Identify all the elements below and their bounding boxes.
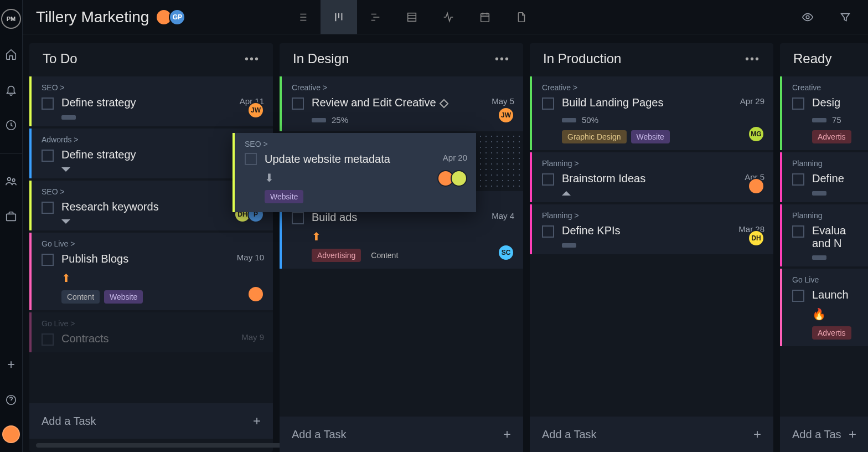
task-category[interactable]: Planning xyxy=(792,159,860,168)
notifications-icon[interactable] xyxy=(1,80,21,100)
tag[interactable]: Content xyxy=(365,249,404,262)
task-checkbox[interactable] xyxy=(42,254,54,266)
task-date: May 4 xyxy=(492,211,514,220)
task-category[interactable]: Go Live > xyxy=(42,239,264,248)
task-checkbox[interactable] xyxy=(542,173,554,186)
assignee-avatar[interactable] xyxy=(451,170,467,187)
task-checkbox[interactable] xyxy=(292,97,304,110)
topbar: Tillery Marketing GP xyxy=(23,0,868,34)
tag[interactable]: Website xyxy=(104,290,143,304)
add-task-button[interactable]: Add a Tas+ xyxy=(780,417,868,452)
tag[interactable]: Advertising xyxy=(312,249,361,262)
column-menu-icon[interactable]: ••• xyxy=(245,53,260,65)
progress-text: 25% xyxy=(332,115,348,125)
task-category[interactable]: Planning xyxy=(792,211,860,220)
home-icon[interactable] xyxy=(1,44,21,64)
add-task-button[interactable]: Add a Task+ xyxy=(280,417,523,452)
task-card[interactable]: Go Live >Publish BlogsMay 10⬆ContentWebs… xyxy=(29,233,273,310)
assignee-avatar[interactable] xyxy=(748,178,764,194)
visibility-icon[interactable] xyxy=(798,7,818,27)
column-title: To Do xyxy=(43,51,78,66)
task-category[interactable]: SEO > xyxy=(42,83,264,92)
task-card[interactable]: CreativeDesig75Advertis xyxy=(780,76,868,150)
task-category[interactable]: Adwords > xyxy=(42,135,264,144)
svg-rect-6 xyxy=(481,13,489,22)
task-card[interactable]: Planning >Define KPIsMar 28DH xyxy=(530,204,773,254)
task-checkbox[interactable] xyxy=(792,97,804,110)
assignee-avatar[interactable]: MG xyxy=(748,126,764,142)
tag[interactable]: Advertis xyxy=(812,130,851,143)
add-icon[interactable]: + xyxy=(1,355,21,374)
task-checkbox[interactable] xyxy=(42,97,54,110)
task-name: Define xyxy=(812,172,860,185)
kanban-column: In Production•••Creative >Build Landing … xyxy=(530,43,773,452)
recent-icon[interactable] xyxy=(1,115,21,135)
help-icon[interactable] xyxy=(1,390,21,410)
assignee-avatar[interactable]: JW xyxy=(498,107,514,124)
task-checkbox[interactable] xyxy=(42,150,54,162)
calendar-view-icon[interactable] xyxy=(467,0,503,34)
task-card[interactable]: Creative >Review and Edit CreativeMay 52… xyxy=(280,76,523,131)
column-title: Ready xyxy=(793,51,831,66)
task-checkbox[interactable] xyxy=(792,173,804,186)
task-category[interactable]: Planning > xyxy=(542,211,764,220)
tag[interactable]: Content xyxy=(61,290,100,304)
assignee-avatar[interactable] xyxy=(247,286,264,302)
sheet-view-icon[interactable] xyxy=(394,0,430,34)
progress-text: 50% xyxy=(582,115,598,125)
files-view-icon[interactable] xyxy=(503,0,540,34)
task-card[interactable]: Go LiveLaunch🔥Advertis xyxy=(780,269,868,346)
assignee-avatar[interactable]: DH xyxy=(748,230,764,246)
task-name: Brainstorm Ideas xyxy=(562,172,737,185)
task-checkbox[interactable] xyxy=(542,225,554,238)
task-checkbox[interactable] xyxy=(542,97,554,110)
list-view-icon[interactable] xyxy=(284,0,321,34)
app-logo[interactable]: PM xyxy=(1,9,21,29)
gantt-view-icon[interactable] xyxy=(357,0,394,34)
column-menu-icon[interactable]: ••• xyxy=(745,53,760,65)
task-category[interactable]: Go Live > xyxy=(42,319,264,328)
add-task-button[interactable]: Add a Task+ xyxy=(29,403,273,439)
svg-point-1 xyxy=(8,178,11,181)
task-category[interactable]: Creative > xyxy=(542,83,764,92)
tag[interactable]: Graphic Design xyxy=(562,130,627,143)
task-card[interactable]: PlanningEvalua and N xyxy=(780,204,868,266)
task-category[interactable]: SEO > xyxy=(42,187,264,196)
task-name: Research keywords xyxy=(61,201,232,213)
tag[interactable]: Website xyxy=(631,130,670,143)
dragging-task-card[interactable]: SEO > Update website metadata Apr 20 ⬇ W… xyxy=(232,133,476,212)
task-category[interactable]: Planning > xyxy=(542,159,764,168)
board-view-icon[interactable] xyxy=(321,0,357,34)
task-checkbox[interactable] xyxy=(245,153,257,165)
project-members[interactable]: GP xyxy=(159,9,185,25)
task-category[interactable]: Creative > xyxy=(292,83,514,92)
filter-icon[interactable] xyxy=(835,7,855,27)
priority-critical-icon: 🔥 xyxy=(812,307,826,321)
task-card[interactable]: Go Live >ContractsMay 9 xyxy=(29,312,273,352)
svg-point-2 xyxy=(12,179,15,182)
task-category[interactable]: Creative xyxy=(792,83,860,92)
task-card[interactable]: Creative >Build Landing PagesApr 2950%Gr… xyxy=(530,76,773,150)
add-task-button[interactable]: Add a Task+ xyxy=(530,417,773,452)
assignee-avatar[interactable]: JW xyxy=(247,102,264,119)
task-card[interactable]: SEO >Define strategyApr 11JW xyxy=(29,76,273,126)
tag[interactable]: Website xyxy=(265,190,303,203)
task-checkbox[interactable] xyxy=(792,225,804,238)
task-checkbox[interactable] xyxy=(292,212,304,224)
task-checkbox[interactable] xyxy=(792,290,804,302)
milestone-icon xyxy=(439,99,448,108)
column-menu-icon[interactable]: ••• xyxy=(495,53,510,65)
task-card[interactable]: Planning >Brainstorm IdeasApr 5 xyxy=(530,152,773,202)
task-category[interactable]: Go Live xyxy=(792,275,860,284)
task-name: Build ads xyxy=(312,211,484,224)
task-card[interactable]: PlanningDefine xyxy=(780,152,868,202)
activity-view-icon[interactable] xyxy=(430,0,467,34)
team-icon[interactable] xyxy=(1,171,21,191)
user-avatar[interactable] xyxy=(2,425,20,443)
task-checkbox[interactable] xyxy=(42,333,54,346)
progress-bar xyxy=(562,243,576,248)
task-checkbox[interactable] xyxy=(42,202,54,214)
work-icon[interactable] xyxy=(1,207,21,227)
assignee-avatar[interactable]: SC xyxy=(498,244,514,261)
tag[interactable]: Advertis xyxy=(812,326,851,340)
